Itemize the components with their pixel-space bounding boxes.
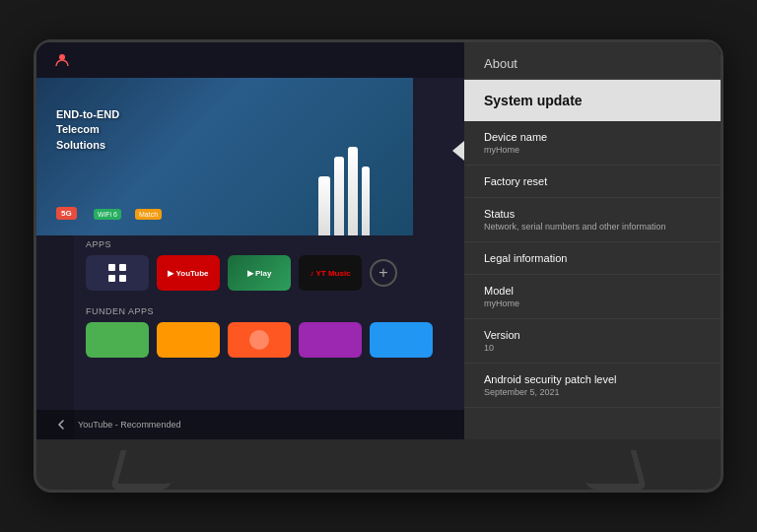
settings-item-sub-version: 10 <box>484 343 701 353</box>
svg-rect-8 <box>119 275 126 282</box>
hero-line1: END-to-END <box>56 107 119 122</box>
addon-tile-4[interactable] <box>299 322 362 358</box>
device-bar-1 <box>318 176 330 235</box>
tv-content: 🏠 ⊙ END-to-END Telecom Solutions 5G WiFi… <box>36 42 721 439</box>
settings-item-title-version: Version <box>484 329 701 341</box>
settings-item-sub-status: Network, serial numbers and other inform… <box>484 222 701 232</box>
device-bar-3 <box>348 147 358 235</box>
addon-tile-3[interactable] <box>228 322 291 358</box>
settings-item-legal[interactable]: Legal information <box>464 242 721 275</box>
tv-screen: 🏠 ⊙ END-to-END Telecom Solutions 5G WiFi… <box>36 42 721 439</box>
hero-devices <box>275 137 413 235</box>
stand-leg-right <box>578 450 648 490</box>
addon-tile-5[interactable] <box>370 322 433 358</box>
settings-item-title-model: Model <box>484 285 701 297</box>
settings-item-title-status: Status <box>484 208 701 220</box>
settings-item-sub-device-name: myHome <box>484 145 701 155</box>
app-add-button[interactable]: + <box>370 259 397 287</box>
app-all-apps[interactable] <box>86 255 149 291</box>
settings-item-security-patch[interactable]: Android security patch level September 5… <box>464 364 721 408</box>
settings-item-title-security-patch: Android security patch level <box>484 373 701 385</box>
hero-line3: Solutions <box>56 138 119 153</box>
app-youtube[interactable]: ▶ YouTube <box>157 255 220 291</box>
addon-tile-2[interactable] <box>157 322 220 358</box>
settings-item-device-name[interactable]: Device name myHome <box>464 121 721 166</box>
system-update-item[interactable]: System update <box>464 80 721 121</box>
settings-item-title-factory-reset: Factory reset <box>484 175 701 187</box>
settings-item-model[interactable]: Model myHome <box>464 275 721 319</box>
system-update-label: System update <box>484 93 583 108</box>
device-bar-4 <box>362 166 370 235</box>
settings-list: Device name myHome Factory reset Status … <box>464 121 721 439</box>
device-bar-2 <box>334 157 344 235</box>
settings-item-title-device-name: Device name <box>484 131 701 143</box>
badge-5g: 5G <box>56 207 77 220</box>
svg-rect-6 <box>119 264 126 271</box>
settings-item-sub-model: myHome <box>484 299 701 308</box>
settings-item-status[interactable]: Status Network, serial numbers and other… <box>464 198 721 242</box>
hero-banner: END-to-END Telecom Solutions 5G WiFi 6 M… <box>36 78 413 235</box>
app-youtube-music[interactable]: ♪ YT Music <box>299 255 362 291</box>
settings-item-sub-security-patch: September 5, 2021 <box>484 387 701 397</box>
settings-header: About <box>464 42 721 80</box>
back-icon[interactable] <box>52 416 70 433</box>
svg-rect-7 <box>108 275 115 282</box>
tv-frame: 🏠 ⊙ END-to-END Telecom Solutions 5G WiFi… <box>34 39 723 493</box>
addon-tile-1[interactable] <box>86 322 149 358</box>
youtube-label: ▶ YouTube <box>168 269 208 278</box>
settings-panel: About System update Device name myHome F… <box>464 42 721 439</box>
svg-rect-5 <box>108 264 115 271</box>
settings-item-title-legal: Legal information <box>484 252 701 264</box>
ytmusic-label: ♪ YT Music <box>310 269 350 278</box>
bottom-text: YouTube - Recommended <box>78 420 180 430</box>
settings-item-factory-reset[interactable]: Factory reset <box>464 166 721 198</box>
stand-leg-left <box>110 450 180 490</box>
hero-text: END-to-END Telecom Solutions <box>56 107 119 153</box>
badge-match: Match <box>135 209 162 220</box>
svg-point-0 <box>59 54 65 60</box>
profile-icon[interactable] <box>52 50 72 70</box>
hero-line2: Telecom <box>56 122 119 137</box>
tv-stand <box>36 439 721 490</box>
play-label: ▶ Play <box>247 269 272 278</box>
badge-wifi: WiFi 6 <box>94 209 121 220</box>
app-play-movies[interactable]: ▶ Play <box>228 255 291 291</box>
settings-panel-title: About <box>484 56 701 71</box>
settings-item-version[interactable]: Version 10 <box>464 319 721 364</box>
